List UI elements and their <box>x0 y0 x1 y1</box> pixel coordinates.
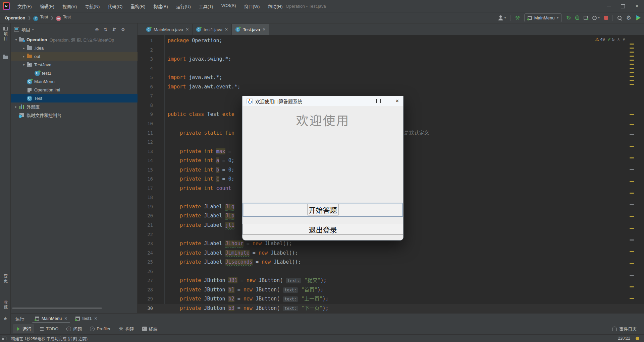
run-tab-MainMenu[interactable]: MainMenu✕ <box>31 314 72 324</box>
profiler-menu[interactable]: ▾ <box>592 16 600 20</box>
menu-item[interactable]: 工具(T) <box>196 2 217 11</box>
horizontal-scrollbar[interactable] <box>12 307 102 309</box>
warning-stripe-mark[interactable] <box>630 193 634 194</box>
warning-stripe-mark[interactable] <box>630 251 634 252</box>
tree-row-Operation.iml[interactable]: Operation.iml <box>11 86 138 94</box>
dialog-close-icon[interactable] <box>395 98 399 104</box>
warning-stripe-mark[interactable] <box>630 60 634 61</box>
editor-tab-test1.java[interactable]: Ctest1.java✕ <box>193 24 232 35</box>
ide-features-icon[interactable] <box>636 15 641 20</box>
start-answering-button[interactable]: 开始答题 <box>243 203 403 217</box>
tree-row-.idea[interactable]: ▸.idea <box>11 44 138 52</box>
menu-item[interactable]: 编辑(E) <box>37 2 58 11</box>
menu-item[interactable]: 帮助(H) <box>264 2 286 11</box>
info-stripe-mark[interactable] <box>630 204 634 205</box>
run-tab-test1[interactable]: test1✕ <box>71 314 101 324</box>
sidebar-item-project[interactable]: 项目 <box>0 27 11 41</box>
tab-close-icon[interactable]: ✕ <box>94 316 98 321</box>
hide-panel-icon[interactable]: — <box>130 27 135 32</box>
warning-stripe-mark[interactable] <box>630 48 634 49</box>
breadcrumb-project[interactable]: Operation <box>5 15 25 20</box>
menu-item[interactable]: 代码(C) <box>104 2 126 11</box>
tree-row-test1[interactable]: Ctest1 <box>11 69 138 77</box>
panel-settings-gear-icon[interactable]: ⚙ <box>121 27 125 32</box>
tree-row-out[interactable]: ▸out <box>11 52 138 61</box>
toolbar-item-运行[interactable]: 运行 <box>13 324 34 333</box>
coverage-icon[interactable] <box>584 16 588 20</box>
tab-close-icon[interactable]: ✕ <box>262 27 266 32</box>
menu-item[interactable]: 构建(B) <box>150 2 171 11</box>
tree-chevron-icon[interactable]: ▾ <box>21 63 26 67</box>
warning-stripe-mark[interactable] <box>630 157 634 158</box>
warning-stripe-mark[interactable] <box>630 286 634 287</box>
breadcrumb-method[interactable]: mTest <box>56 14 71 21</box>
dialog-title-bar[interactable]: 欢迎使用口算答题系统 <box>243 96 403 106</box>
dialog-maximize-icon[interactable] <box>376 99 381 103</box>
tab-close-icon[interactable]: ✕ <box>64 316 67 321</box>
menu-item[interactable]: VCS(S) <box>218 2 239 11</box>
menu-item[interactable]: 窗口(W) <box>241 2 263 11</box>
debug-icon[interactable] <box>575 15 579 20</box>
sidebar-item-folder[interactable] <box>0 56 11 59</box>
warning-stripe-mark[interactable] <box>630 44 634 45</box>
tree-chevron-icon[interactable]: ▾ <box>13 38 19 42</box>
tree-chevron-icon[interactable]: ▸ <box>21 46 26 50</box>
warning-stripe-mark[interactable] <box>630 76 634 77</box>
toolbar-item-Profiler[interactable]: ↗Profiler <box>87 324 113 333</box>
menu-item[interactable]: 导航(N) <box>82 2 103 11</box>
info-stripe-mark[interactable] <box>630 134 634 135</box>
tree-row-外部库[interactable]: ▸外部库 <box>11 102 138 111</box>
tree-row-Operation[interactable]: ▾OperationOperation, 源 根, E:\文件\Idea\Op <box>11 36 138 44</box>
project-panel-title[interactable]: 项目 <box>21 26 30 32</box>
warning-stripe-mark[interactable] <box>630 80 634 81</box>
tab-close-icon[interactable]: ✕ <box>185 27 189 32</box>
info-stripe-mark[interactable] <box>630 169 634 170</box>
tree-row-临时文件和控制台[interactable]: 临时文件和控制台 <box>11 111 138 119</box>
tool-window-toggle-icon[interactable] <box>2 337 6 340</box>
toolbar-item-TODO[interactable]: TODO <box>36 324 61 333</box>
warning-stripe-mark[interactable] <box>630 114 634 115</box>
tree-row-MainMenu[interactable]: CMainMenu <box>11 77 138 86</box>
warning-stripe-mark[interactable] <box>630 72 634 73</box>
toolbar-item-问题[interactable]: !问题 <box>63 324 85 333</box>
notification-icon[interactable] <box>636 337 639 340</box>
collapse-all-icon[interactable]: ⇵ <box>112 27 116 32</box>
tab-close-icon[interactable]: ✕ <box>225 27 228 32</box>
locate-file-icon[interactable]: ⊕ <box>95 27 99 32</box>
tree-chevron-icon[interactable]: ▸ <box>13 105 19 109</box>
expand-all-icon[interactable]: ⇅ <box>104 27 108 32</box>
search-icon[interactable] <box>617 15 622 20</box>
warning-stripe-mark[interactable] <box>630 124 634 125</box>
menu-item[interactable]: 重构(R) <box>127 2 149 11</box>
warning-stripe-mark[interactable] <box>630 216 634 217</box>
warning-stripe-mark[interactable] <box>630 181 634 182</box>
warning-stripe-mark[interactable] <box>630 64 634 65</box>
menu-item[interactable]: 视图(V) <box>59 2 80 11</box>
toolbar-item-终端[interactable]: ›_终端 <box>139 324 161 333</box>
toolbar-item-构建[interactable]: ⚒构建 <box>116 324 137 333</box>
close-icon[interactable] <box>630 0 644 12</box>
caret-position[interactable]: 220:22 <box>618 336 630 341</box>
tree-row-Test[interactable]: CTest <box>11 94 138 102</box>
maximize-icon[interactable] <box>616 0 630 12</box>
favorites-star-icon[interactable]: ★ <box>0 316 11 322</box>
run-config-selector[interactable]: MainMenu ▾ <box>524 13 562 22</box>
user-menu[interactable]: ▾ <box>498 15 506 20</box>
breadcrumb-class[interactable]: CTest <box>33 14 48 21</box>
settings-gear-icon[interactable]: ⚙ <box>626 14 631 21</box>
tree-row-TestJava[interactable]: ▾TestJava <box>11 61 138 69</box>
event-log-button[interactable]: 事件日志 <box>612 326 637 332</box>
run-icon[interactable]: ↻ <box>566 14 571 21</box>
warning-stripe-mark[interactable] <box>630 68 634 69</box>
info-stripe-mark[interactable] <box>630 240 634 241</box>
tree-chevron-icon[interactable]: ▸ <box>21 55 26 58</box>
warning-stripe-mark[interactable] <box>630 298 634 299</box>
menu-item[interactable]: 运行(U) <box>173 2 194 11</box>
minimize-icon[interactable] <box>602 0 616 12</box>
sidebar-item-favorites[interactable]: 收藏 <box>0 300 11 310</box>
logout-button[interactable]: 退出登录 <box>243 224 403 235</box>
warning-stripe-mark[interactable] <box>630 56 634 57</box>
warning-stripe-mark[interactable] <box>630 84 634 85</box>
stop-icon[interactable] <box>604 16 608 20</box>
warning-stripe-mark[interactable] <box>630 263 634 264</box>
